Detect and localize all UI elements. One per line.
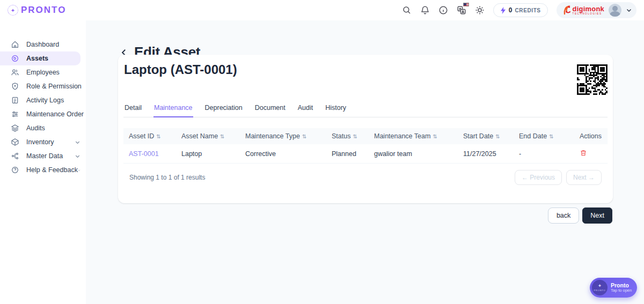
sort-icon[interactable]: ⇅ (353, 134, 357, 139)
user-avatar[interactable] (609, 4, 621, 17)
sort-icon[interactable]: ⇅ (220, 134, 224, 139)
sliders-icon (11, 110, 19, 118)
notifications-bell-icon[interactable] (420, 5, 430, 15)
sidebar-item-label: Maintenance Order (26, 110, 84, 118)
sidebar-item-label: Master Data (26, 152, 63, 160)
topbar-actions: 0 CREDITS digimonk TECHNOLOGIES (402, 2, 636, 18)
column-header-end_date: End Date⇅ (514, 128, 574, 144)
assets-icon (11, 54, 19, 63)
sidebar-item-activity-logs[interactable]: Activity Logs (0, 93, 86, 107)
layers-icon (11, 124, 19, 132)
sidebar-item-assets[interactable]: Assets (0, 51, 80, 65)
pagination: ← Previous Next → (515, 170, 602, 185)
previous-page-button[interactable]: ← Previous (515, 170, 562, 185)
cell-status: Planned (326, 144, 369, 164)
sidebar-item-label: Help & Feedback (26, 166, 78, 174)
sidebar-item-label: Audits (26, 124, 45, 132)
pronto-logo-icon: ✦ (8, 5, 18, 16)
delete-trash-icon[interactable] (580, 149, 587, 157)
cell-maintenance_type: Corrective (240, 144, 326, 164)
asset-qr-code (577, 64, 608, 95)
tab-maintenance[interactable]: Maintenance (153, 101, 193, 117)
column-header-actions: Actions (574, 128, 608, 144)
us-flag-icon (463, 3, 469, 6)
sort-icon[interactable]: ⇅ (433, 134, 437, 139)
main-content: Edit Asset Laptop (AST-0001) DetailMaint… (86, 20, 644, 304)
user-menu[interactable]: digimonk TECHNOLOGIES (557, 2, 636, 18)
sidebar-item-audits[interactable]: Audits (0, 121, 86, 135)
digimonk-sub: TECHNOLOGIES (573, 13, 604, 16)
cell-asset_id[interactable]: AST-0001 (123, 144, 176, 164)
pronto-widget-logo-icon: ✦ (598, 284, 602, 288)
maintenance-table: Asset ID⇅Asset Name⇅Maintenance Type⇅Sta… (123, 128, 608, 164)
column-header-asset_name: Asset Name⇅ (176, 128, 240, 144)
chevron-down-icon[interactable] (626, 7, 632, 13)
pronto-widget-logo: ✦ PRONTO (592, 280, 608, 295)
tab-depreciation[interactable]: Depreciation (204, 101, 243, 117)
column-header-maintenance_type: Maintenance Type⇅ (240, 128, 326, 144)
credits-label: CREDITS (515, 8, 541, 13)
next-page-button[interactable]: Next → (566, 170, 602, 185)
asset-card: Laptop (AST-0001) DetailMaintenanceDepre… (118, 55, 613, 203)
footer-actions: back Next (548, 207, 612, 224)
cell-end_date: - (514, 144, 574, 164)
tab-document[interactable]: Document (254, 101, 286, 117)
lightning-icon (500, 7, 506, 14)
sidebar-item-dashboard[interactable]: Dashboard (0, 38, 86, 51)
next-button[interactable]: Next (582, 207, 612, 224)
language-translate-icon[interactable] (457, 5, 466, 15)
asset-title: Laptop (AST-0001) (124, 62, 237, 77)
sidebar-item-role-permission[interactable]: Role & Permission (0, 79, 86, 93)
sidebar-item-label: Dashboard (26, 41, 59, 48)
chevron-down-icon (75, 153, 80, 159)
sidebar-item-label: Employees (26, 69, 60, 76)
pronto-widget-logo-text: PRONTO (594, 289, 606, 292)
info-icon[interactable] (438, 5, 448, 15)
tab-audit[interactable]: Audit (297, 101, 314, 117)
tab-detail[interactable]: Detail (124, 101, 142, 117)
cell-start_date: 11/27/2025 (458, 144, 514, 164)
table-header-row: Asset ID⇅Asset Name⇅Maintenance Type⇅Sta… (123, 128, 608, 144)
theme-sun-icon[interactable] (475, 5, 485, 15)
help-icon (11, 166, 19, 174)
search-icon[interactable] (402, 5, 412, 15)
chevron-down-icon (78, 167, 80, 173)
pronto-widget-subtitle: Tap to open (611, 288, 632, 293)
pronto-floating-widget[interactable]: ✦ PRONTO Pronto Tap to open (590, 278, 637, 298)
app-root: ✦ PRONTO 0 CREDITS (0, 0, 644, 304)
cell-actions (574, 144, 608, 164)
sidebar-item-employees[interactable]: Employees (0, 65, 86, 79)
table-row: AST-0001LaptopCorrectivePlannedgwalior t… (123, 144, 608, 164)
pronto-logo-text: PRONTO (21, 5, 66, 16)
chevron-down-icon (75, 139, 80, 145)
topbar: ✦ PRONTO 0 CREDITS (0, 0, 644, 20)
sidebar-nav: Dashboard Assets Employees Role & Permis… (0, 20, 86, 304)
credits-count: 0 (509, 6, 513, 14)
branch-icon (11, 152, 19, 160)
sidebar-item-label: Activity Logs (26, 97, 64, 104)
users-icon (11, 68, 19, 77)
sort-icon[interactable]: ⇅ (495, 134, 500, 139)
pronto-logo[interactable]: ✦ PRONTO (8, 5, 66, 16)
tab-history[interactable]: History (325, 101, 347, 117)
cell-asset_name: Laptop (176, 144, 240, 164)
sidebar-item-inventory[interactable]: Inventory (0, 135, 86, 149)
sidebar-item-maintenance-order[interactable]: Maintenance Order (0, 107, 86, 121)
column-header-asset_id: Asset ID⇅ (123, 128, 176, 144)
sidebar-item-help-feedback[interactable]: Help & Feedback (0, 163, 86, 177)
column-header-status: Status⇅ (326, 128, 369, 144)
cell-maintenance_team: gwalior team (369, 144, 458, 164)
column-header-start_date: Start Date⇅ (458, 128, 514, 144)
back-button[interactable]: back (548, 207, 579, 224)
sort-icon[interactable]: ⇅ (549, 134, 553, 139)
shield-icon (11, 82, 19, 91)
results-summary: Showing 1 to 1 of 1 results (129, 174, 205, 181)
sort-icon[interactable]: ⇅ (302, 134, 306, 139)
credits-badge[interactable]: 0 CREDITS (493, 3, 548, 17)
column-header-maintenance_team: Maintenance Team⇅ (369, 128, 458, 144)
box-icon (11, 138, 19, 146)
sort-icon[interactable]: ⇅ (156, 134, 160, 139)
sidebar-item-master-data[interactable]: Master Data (0, 149, 86, 163)
card-header: Laptop (AST-0001) (123, 55, 608, 101)
digimonk-swoosh-icon (563, 5, 572, 16)
